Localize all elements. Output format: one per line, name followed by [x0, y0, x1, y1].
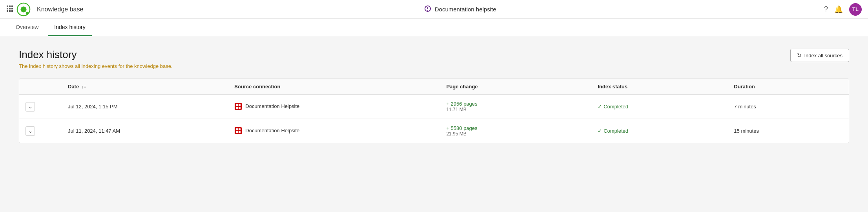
- svg-point-10: [20, 6, 26, 12]
- date-cell-0: Jul 12, 2024, 1:15 PM: [62, 95, 228, 119]
- top-nav: Knowledge base Documentation helpsite ? …: [0, 0, 868, 19]
- main-content: Index history The index history shows al…: [0, 36, 868, 212]
- checkmark-icon-0: ✓: [598, 104, 602, 110]
- svg-rect-15: [236, 107, 238, 109]
- page-size-0: 11.71 MB: [446, 107, 585, 112]
- svg-rect-5: [11, 8, 13, 9]
- status-cell-0: ✓ Completed: [591, 95, 728, 119]
- page-change-cell-1: + 5580 pages 21.95 MB: [440, 119, 591, 143]
- grid-icon[interactable]: [6, 5, 13, 13]
- svg-point-11: [26, 11, 29, 15]
- checkmark-icon-1: ✓: [598, 128, 602, 134]
- expand-cell-1: ⌄: [19, 119, 62, 143]
- svg-rect-2: [11, 5, 13, 7]
- nav-center: Documentation helpsite: [424, 5, 496, 14]
- status-completed-0: ✓ Completed: [598, 104, 721, 110]
- th-duration: Duration: [728, 79, 849, 95]
- svg-rect-6: [7, 10, 8, 12]
- svg-rect-20: [236, 131, 238, 133]
- th-status: Index status: [591, 79, 728, 95]
- qlik-logo: [16, 2, 31, 16]
- svg-rect-14: [239, 104, 241, 106]
- svg-rect-1: [9, 5, 11, 7]
- svg-rect-8: [11, 10, 13, 12]
- duration-cell-1: 15 minutes: [728, 119, 849, 143]
- helpsite-label: Documentation helpsite: [435, 6, 496, 13]
- svg-rect-0: [7, 5, 8, 7]
- th-page-change: Page change: [440, 79, 591, 95]
- svg-rect-18: [236, 128, 238, 130]
- app-title: Knowledge base: [37, 6, 83, 13]
- index-all-sources-button[interactable]: ↻ Index all sources: [790, 49, 849, 62]
- page-change-label-0: + 2956 pages: [446, 101, 585, 107]
- page-header-left: Index history The index history shows al…: [19, 49, 173, 69]
- page-subtitle: The index history shows all indexing eve…: [19, 63, 173, 69]
- table-row: ⌄ Jul 11, 2024, 11:47 AM: [19, 119, 849, 143]
- expand-chevron-1[interactable]: ⌄: [26, 126, 35, 136]
- refresh-icon: ↻: [797, 52, 802, 58]
- source-icon-wrapper-0: Documentation Helpsite: [234, 102, 299, 110]
- svg-rect-17: [235, 127, 242, 134]
- page-title: Index history: [19, 49, 173, 61]
- date-cell-1: Jul 11, 2024, 11:47 AM: [62, 119, 228, 143]
- help-icon[interactable]: ?: [824, 5, 828, 13]
- sub-nav: Overview Index history: [0, 19, 868, 36]
- page-size-1: 21.95 MB: [446, 131, 585, 137]
- page-header: Index history The index history shows al…: [19, 49, 849, 69]
- svg-rect-4: [9, 8, 11, 9]
- expand-cell-0: ⌄: [19, 95, 62, 119]
- svg-rect-12: [235, 103, 242, 110]
- source-cell-0: Documentation Helpsite: [228, 95, 440, 119]
- user-avatar[interactable]: TL: [849, 3, 862, 16]
- index-history-table: Date ↓≡ Source connection Page change In…: [19, 79, 849, 143]
- sort-icon[interactable]: ↓≡: [82, 84, 86, 89]
- page-change-cell-0: + 2956 pages 11.71 MB: [440, 95, 591, 119]
- nav-right: ? 🔔 TL: [824, 3, 862, 16]
- th-date: Date ↓≡: [62, 79, 228, 95]
- source-logo-icon-0: [234, 102, 242, 110]
- source-logo-icon-1: [234, 127, 242, 135]
- svg-rect-21: [239, 131, 241, 133]
- source-cell-1: Documentation Helpsite: [228, 119, 440, 143]
- th-expand: [19, 79, 62, 95]
- th-source: Source connection: [228, 79, 440, 95]
- bell-icon[interactable]: 🔔: [834, 5, 843, 14]
- svg-rect-16: [239, 107, 241, 109]
- table-header-row: Date ↓≡ Source connection Page change In…: [19, 79, 849, 95]
- helpsite-icon: [424, 5, 432, 14]
- source-icon-wrapper-1: Documentation Helpsite: [234, 127, 299, 135]
- expand-chevron-0[interactable]: ⌄: [26, 102, 35, 111]
- status-completed-1: ✓ Completed: [598, 128, 721, 134]
- table-row: ⌄ Jul 12, 2024, 1:15 PM: [19, 95, 849, 119]
- tab-overview[interactable]: Overview: [9, 19, 45, 36]
- duration-cell-0: 7 minutes: [728, 95, 849, 119]
- svg-rect-3: [7, 8, 8, 9]
- page-change-label-1: + 5580 pages: [446, 125, 585, 131]
- svg-rect-13: [236, 104, 238, 106]
- status-cell-1: ✓ Completed: [591, 119, 728, 143]
- tab-index-history[interactable]: Index history: [48, 19, 91, 36]
- svg-rect-19: [239, 128, 241, 130]
- svg-rect-7: [9, 10, 11, 12]
